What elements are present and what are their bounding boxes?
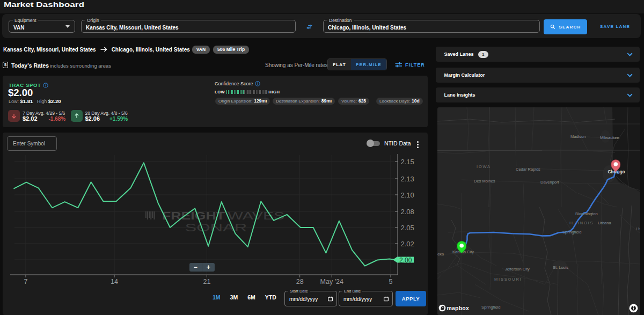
svg-text:May '24: May '24 [320,278,343,285]
svg-text:Davenport: Davenport [540,180,560,185]
svg-text:2.00: 2.00 [399,257,412,264]
svg-text:Milwaukee: Milwaukee [600,135,619,140]
svg-text:28: 28 [296,278,304,285]
svg-text:5: 5 [389,278,393,285]
svg-text:Madison: Madison [570,134,586,139]
svg-text:Cedar Rapids: Cedar Rapids [516,167,540,172]
svg-text:2.02: 2.02 [401,240,414,248]
svg-text:SONAR: SONAR [185,222,247,233]
svg-text:2.05: 2.05 [401,224,414,232]
svg-text:2.13: 2.13 [401,175,414,183]
svg-text:Springfield: Springfield [481,305,500,310]
svg-text:Market Dashboard: Market Dashboard [4,1,84,9]
svg-text:Des Moines: Des Moines [474,179,495,184]
svg-text:mapbox: mapbox [447,305,469,311]
svg-text:peka: peka [437,252,444,257]
svg-text:Urbana: Urbana [598,221,611,225]
svg-text:2.10: 2.10 [401,191,414,199]
svg-text:IN: IN [636,226,640,231]
svg-text:2.15: 2.15 [401,158,414,166]
svg-text:ILLINOIS: ILLINOIS [569,221,594,225]
svg-text:2.08: 2.08 [401,208,414,216]
svg-text:7: 7 [24,278,28,285]
svg-text:Jefferson City: Jefferson City [505,267,530,272]
svg-text:IOWA: IOWA [477,164,491,169]
svg-text:Springfield: Springfield [562,230,581,235]
svg-text:Bloomington: Bloomington [575,211,598,216]
svg-text:MISSOURI: MISSOURI [494,277,522,282]
svg-text:14: 14 [111,278,118,285]
svg-text:St. Louis: St. Louis [553,265,568,270]
svg-text:21: 21 [203,278,211,285]
